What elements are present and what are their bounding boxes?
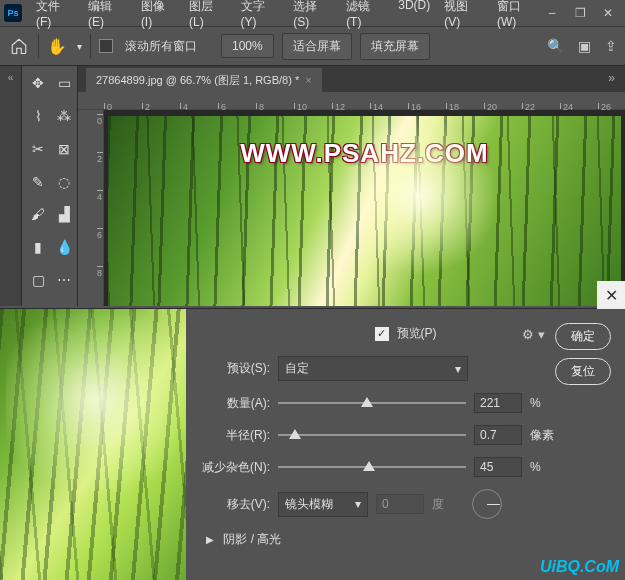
separator <box>38 34 39 58</box>
ruler-tick: 2 <box>142 103 150 109</box>
ruler-tick: 6 <box>97 228 103 240</box>
scroll-all-checkbox[interactable] <box>99 39 113 53</box>
amount-unit: % <box>530 396 558 410</box>
chevron-right-icon: ▶ <box>206 534 214 545</box>
crop-tool-icon[interactable]: ✂ <box>26 138 50 160</box>
options-right: 🔍 ▣ ⇪ <box>547 38 617 54</box>
noise-label: 减少杂色(N): <box>198 459 270 476</box>
marquee-tool-icon[interactable]: ▭ <box>52 72 76 94</box>
ruler-tick: 12 <box>332 103 345 109</box>
tab-overflow-icon[interactable]: » <box>608 71 615 85</box>
preset-select[interactable]: 自定 ▾ <box>278 356 468 381</box>
minimize-button[interactable]: – <box>545 6 559 20</box>
share-icon[interactable]: ⇪ <box>605 38 617 54</box>
radius-slider[interactable] <box>278 427 466 443</box>
remove-label: 移去(V): <box>198 496 270 513</box>
reset-button[interactable]: 复位 <box>555 358 611 385</box>
main-area: « ✥ ▭ ⌇ ⁂ ✂ ⊠ ✎ ◌ 🖌 ▟ ▮ 💧 ▢ ⋯ 27864899.j… <box>0 66 625 306</box>
menu-edit[interactable]: 编辑(E) <box>82 0 133 32</box>
scroll-all-label: 滚动所有窗口 <box>125 38 197 55</box>
gradient-tool-icon[interactable]: ▮ <box>26 236 50 258</box>
hand-tool-icon[interactable]: ✋ <box>47 37 67 56</box>
menu-window[interactable]: 窗口(W) <box>491 0 545 32</box>
dialog-close-button[interactable]: ✕ <box>597 281 625 309</box>
preview-label: 预览(P) <box>397 325 437 342</box>
ruler-horizontal: 0 2 4 6 8 10 12 14 16 18 20 22 24 26 <box>78 92 625 110</box>
document-tab-title: 27864899.jpg @ 66.7% (图层 1, RGB/8) * <box>96 73 299 88</box>
menu-3d[interactable]: 3D(D) <box>392 0 436 32</box>
stamp-tool-icon[interactable]: ▟ <box>52 203 76 225</box>
blur-tool-icon[interactable]: 💧 <box>52 236 76 258</box>
dialog-preview-image[interactable] <box>0 309 186 580</box>
menu-select[interactable]: 选择(S) <box>287 0 338 32</box>
menu-layer[interactable]: 图层(L) <box>183 0 232 32</box>
ruler-tick: 24 <box>560 103 573 109</box>
angle-unit: 度 <box>432 496 460 513</box>
restore-button[interactable]: ❐ <box>573 6 587 20</box>
ruler-tick: 2 <box>97 152 103 164</box>
page-watermark: UiBQ.CoM <box>540 558 619 576</box>
menu-file[interactable]: 文件(F) <box>30 0 80 32</box>
type-tool-icon[interactable]: ▢ <box>26 269 50 291</box>
dialog-controls: ✓ 预览(P) ⚙ ▾ 确定 复位 预设(S): 自定 ▾ 数量(A): 221… <box>186 309 625 580</box>
amount-slider[interactable] <box>278 395 466 411</box>
menu-view[interactable]: 视图(V) <box>438 0 489 32</box>
remove-select[interactable]: 镜头模糊 ▾ <box>278 492 368 517</box>
canvas-wrapper: 0 2 4 6 8 WWW.PSAHZ.COM <box>78 110 625 306</box>
menu-image[interactable]: 图像(I) <box>135 0 181 32</box>
quickselect-tool-icon[interactable]: ◌ <box>52 171 76 193</box>
zoom-button[interactable]: 100% <box>221 34 274 58</box>
gear-icon[interactable]: ⚙ ▾ <box>522 327 545 342</box>
angle-dial[interactable] <box>472 489 502 519</box>
noise-input[interactable]: 45 <box>474 457 522 477</box>
ruler-tick: 18 <box>446 103 459 109</box>
ruler-tick: 0 <box>104 103 112 109</box>
workspace: 27864899.jpg @ 66.7% (图层 1, RGB/8) * × »… <box>78 66 625 306</box>
amount-input[interactable]: 221 <box>474 393 522 413</box>
ruler-vertical: 0 2 4 6 8 <box>78 110 104 306</box>
search-icon[interactable]: 🔍 <box>547 38 564 54</box>
menu-filter[interactable]: 滤镜(T) <box>340 0 390 32</box>
ruler-tick: 14 <box>370 103 383 109</box>
canvas[interactable]: WWW.PSAHZ.COM <box>104 110 625 306</box>
panel-collapse-strip[interactable]: « <box>0 66 22 306</box>
document-tab[interactable]: 27864899.jpg @ 66.7% (图层 1, RGB/8) * × <box>86 68 322 92</box>
shadows-label: 阴影 / 高光 <box>223 532 281 546</box>
ruler-tick: 10 <box>294 103 307 109</box>
move-tool-icon[interactable]: ✥ <box>26 72 50 94</box>
fit-screen-button[interactable]: 适合屏幕 <box>282 33 352 60</box>
frame-icon[interactable]: ▣ <box>578 38 591 54</box>
frame-tool-icon[interactable]: ⊠ <box>52 138 76 160</box>
ruler-tick: 8 <box>97 266 103 278</box>
preview-checkbox[interactable]: ✓ <box>375 327 389 341</box>
ruler-tick: 4 <box>180 103 188 109</box>
noise-slider[interactable] <box>278 459 466 475</box>
home-icon[interactable] <box>8 35 30 57</box>
shadows-highlights-expander[interactable]: ▶ 阴影 / 高光 <box>198 531 613 548</box>
close-button[interactable]: ✕ <box>601 6 615 20</box>
lasso-tool-icon[interactable]: ⌇ <box>26 105 50 127</box>
ruler-tick: 8 <box>256 103 264 109</box>
preset-label: 预设(S): <box>198 360 270 377</box>
menu-bar: 文件(F) 编辑(E) 图像(I) 图层(L) 文字(Y) 选择(S) 滤镜(T… <box>30 0 545 32</box>
canvas-image: WWW.PSAHZ.COM <box>108 116 621 306</box>
ruler-tick: 26 <box>598 103 611 109</box>
remove-value: 镜头模糊 <box>285 496 333 513</box>
document-tabs: 27864899.jpg @ 66.7% (图层 1, RGB/8) * × » <box>78 66 625 92</box>
app-logo: Ps <box>4 4 22 22</box>
menu-text[interactable]: 文字(Y) <box>235 0 286 32</box>
radius-input[interactable]: 0.7 <box>474 425 522 445</box>
ruler-tick: 4 <box>97 190 103 202</box>
fill-screen-button[interactable]: 填充屏幕 <box>360 33 430 60</box>
separator <box>90 34 91 58</box>
more-tool-icon[interactable]: ⋯ <box>52 269 76 291</box>
close-tab-icon[interactable]: × <box>305 74 311 86</box>
window-controls: – ❐ ✕ <box>545 6 615 20</box>
ok-button[interactable]: 确定 <box>555 323 611 350</box>
chevron-down-icon[interactable]: ▾ <box>77 41 82 52</box>
brush-tool-icon[interactable]: 🖌 <box>26 203 50 225</box>
toolbox: ✥ ▭ ⌇ ⁂ ✂ ⊠ ✎ ◌ 🖌 ▟ ▮ 💧 ▢ ⋯ <box>22 66 78 306</box>
eyedropper-tool-icon[interactable]: ✎ <box>26 171 50 193</box>
options-bar: ✋ ▾ 滚动所有窗口 100% 适合屏幕 填充屏幕 🔍 ▣ ⇪ <box>0 26 625 66</box>
wand-tool-icon[interactable]: ⁂ <box>52 105 76 127</box>
